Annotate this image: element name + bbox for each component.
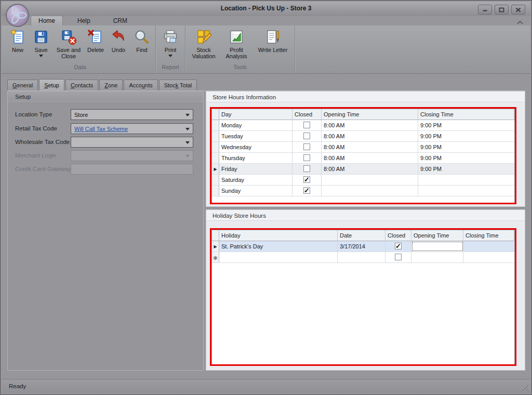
trefoil-logo-icon	[5, 3, 30, 28]
chevron-down-icon	[185, 128, 190, 130]
resize-grip[interactable]	[521, 384, 529, 392]
chevron-down-icon	[185, 155, 190, 157]
merchant-login-dropdown	[71, 150, 193, 161]
write-letter-icon	[264, 29, 281, 45]
status-text: Ready	[9, 383, 26, 389]
ribbon-group-label: Report	[156, 64, 185, 73]
find-button[interactable]: Find	[130, 27, 154, 63]
stock-valuation-button[interactable]: Stock Valuation	[187, 27, 220, 63]
wholesale-tax-code-label: Wholesale Tax Code	[15, 139, 70, 145]
window-title: Location - Pick Us Up - Store 3	[1, 5, 531, 12]
ribbon-group-data: New Save	[5, 25, 156, 73]
chevron-down-icon	[185, 141, 190, 144]
button-label: Profit Analysis	[220, 47, 252, 59]
print-dropdown-arrow-icon[interactable]	[168, 55, 172, 57]
location-type-dropdown[interactable]: Store	[71, 109, 193, 120]
store-hours-panel-title: Store Hours Information	[206, 91, 525, 102]
ribbon-tab-strip: Home Help CRM	[31, 16, 135, 25]
app-window: Location - Pick Us Up - Store 3 Home	[0, 0, 532, 395]
write-letter-button[interactable]: Write Letter	[252, 27, 293, 63]
retail-tax-code-label: Retail Tax Code	[15, 125, 57, 131]
button-label: Write Letter	[258, 47, 288, 53]
collapse-ribbon-button[interactable]	[516, 18, 524, 24]
tab-setup[interactable]: Setup	[39, 79, 64, 90]
button-label: Print	[165, 47, 177, 53]
undo-button[interactable]: Undo	[107, 27, 130, 63]
chevron-up-icon	[516, 20, 524, 25]
chevron-down-icon	[185, 114, 190, 116]
profit-analysis-icon	[228, 29, 245, 45]
annotation-rectangle-holiday-hours	[210, 228, 516, 366]
profit-analysis-button[interactable]: Profit Analysis	[220, 27, 252, 63]
retail-tax-code-dropdown[interactable]: Will Call Tax Scheme	[71, 123, 193, 134]
window-controls	[478, 5, 525, 15]
merchant-login-label: Merchant Login	[15, 152, 56, 159]
button-label: Save and Close	[53, 47, 84, 59]
save-and-close-button[interactable]: Save and Close	[53, 27, 84, 63]
setup-panel: Setup Location Type Store Retail Tax Cod…	[7, 91, 204, 371]
location-type-label: Location Type	[15, 111, 52, 117]
stock-valuation-icon	[195, 29, 212, 45]
status-bar: Ready	[2, 379, 530, 393]
button-label: Save	[34, 47, 47, 53]
minimize-icon	[482, 7, 488, 12]
tab-contacts[interactable]: Contacts	[65, 80, 98, 90]
minimize-button[interactable]	[478, 5, 492, 15]
print-icon	[162, 29, 179, 45]
delete-icon	[87, 29, 104, 45]
close-icon	[515, 7, 521, 12]
ribbon-tab-home[interactable]: Home	[31, 16, 63, 25]
maximize-button[interactable]	[495, 5, 509, 15]
maximize-icon	[499, 7, 504, 12]
ribbon: New Save	[2, 25, 530, 74]
delete-button[interactable]: Delete	[84, 27, 107, 63]
ribbon-group-label: Tools	[185, 64, 295, 73]
tab-general[interactable]: General	[7, 80, 38, 90]
tab-page: General Setup Contacts Zone Accounts Sto…	[2, 74, 530, 378]
button-label: Undo	[112, 47, 125, 53]
save-dropdown-arrow-icon[interactable]	[39, 55, 43, 57]
credit-card-gateway-field	[71, 164, 193, 175]
button-label: New	[12, 47, 23, 53]
button-label: Stock Valuation	[187, 47, 220, 59]
new-document-icon	[9, 29, 26, 45]
credit-card-gateway-label: Credit Card Gateway	[15, 166, 71, 172]
save-and-close-icon	[60, 29, 77, 45]
setup-panel-title: Setup	[8, 91, 203, 102]
tab-stock-total[interactable]: Stock Total	[159, 80, 197, 90]
retail-tax-code-link[interactable]: Will Call Tax Scheme	[74, 126, 128, 132]
close-button[interactable]	[511, 5, 525, 15]
holiday-panel-title: Holiday Store Hours	[206, 210, 525, 221]
ribbon-group-label: Data	[5, 64, 155, 73]
page-tab-strip: General Setup Contacts Zone Accounts Sto…	[7, 80, 198, 90]
tab-accounts[interactable]: Accounts	[124, 80, 157, 90]
app-logo-button[interactable]	[5, 3, 30, 28]
dropdown-value: Store	[74, 112, 88, 118]
ribbon-tab-help[interactable]: Help	[70, 16, 98, 25]
ribbon-tab-crm[interactable]: CRM	[106, 16, 135, 25]
ribbon-group-report: Print Report	[156, 25, 185, 73]
ribbon-group-tools: Stock Valuation Profit Analysis	[185, 25, 295, 73]
save-button[interactable]: Save	[29, 27, 53, 63]
save-icon	[33, 29, 49, 45]
wholesale-tax-code-dropdown[interactable]	[71, 137, 193, 148]
new-button[interactable]: New	[6, 27, 29, 63]
button-label: Delete	[87, 47, 104, 53]
button-label: Find	[136, 47, 147, 53]
tab-zone[interactable]: Zone	[99, 80, 123, 90]
annotation-rectangle-store-hours	[210, 107, 516, 204]
find-icon	[134, 29, 150, 45]
print-button[interactable]: Print	[157, 27, 183, 63]
undo-icon	[110, 29, 127, 45]
